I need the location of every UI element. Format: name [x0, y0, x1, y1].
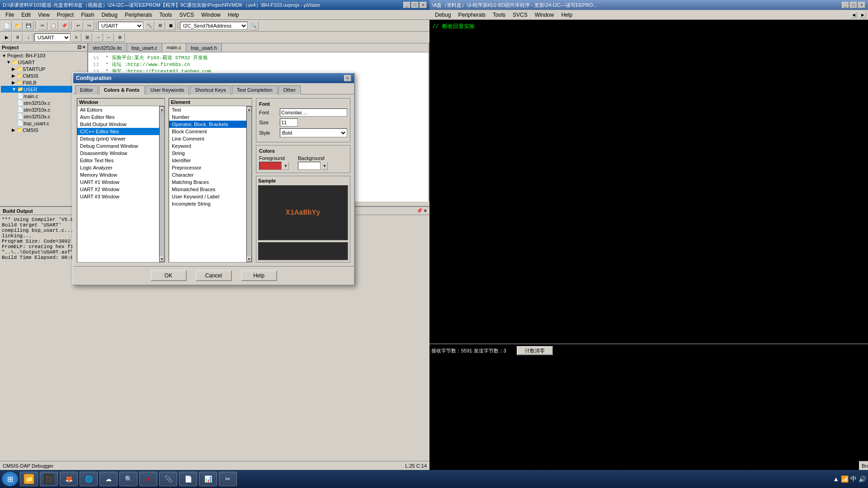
tab-bsp-usart-c[interactable]: bsp_usart.c — [127, 43, 162, 52]
dialog-close-btn[interactable]: × — [344, 75, 351, 81]
tab-bsp-usart-h[interactable]: bsp_usart.h — [186, 43, 222, 52]
tb-misc4[interactable]: ← — [104, 33, 114, 42]
window-item-alleditors[interactable]: All Editors — [77, 106, 159, 113]
window-item-build[interactable]: Build Output Window — [77, 121, 159, 128]
window-item-cpp[interactable]: C/C++ Editor files — [77, 128, 159, 135]
element-line-comment[interactable]: Line Comment — [169, 135, 246, 142]
dtab-editor[interactable]: Editor — [75, 85, 98, 94]
element-number[interactable]: Number — [169, 113, 246, 121]
window-scroll-up[interactable]: ▲ — [160, 107, 164, 112]
element-block-comment[interactable]: Block Comment — [169, 128, 246, 135]
window-item-asm[interactable]: Asm Editor files — [77, 113, 159, 121]
menu-file[interactable]: File — [2, 11, 18, 19]
element-incomplete[interactable]: Incomplete String — [169, 200, 246, 207]
taskbar-app-firefox[interactable]: 🦊 — [60, 472, 78, 486]
tb-cut[interactable]: ✂ — [38, 21, 47, 30]
tb-misc5[interactable]: ⊕ — [115, 33, 125, 42]
element-character[interactable]: Character — [169, 171, 246, 178]
menu-peripherals[interactable]: Peripherals — [121, 11, 156, 19]
window-item-logic[interactable]: Logic Analyzer — [77, 164, 159, 171]
taskbar-app-red[interactable]: ● — [139, 472, 157, 486]
taskbar-app-cloud[interactable]: ☁ — [99, 472, 118, 486]
window-item-uart2[interactable]: UART #2 Window — [77, 186, 159, 193]
tb-rebuild[interactable]: ⚙ — [155, 21, 165, 30]
toolbar-target-select[interactable]: USART — [98, 22, 143, 30]
ide2-menu-window[interactable]: Window — [531, 11, 558, 19]
element-mismatched[interactable]: Mismatched Braces — [169, 186, 246, 193]
ide2-code[interactable]: // 断收回显实验 — [429, 20, 868, 343]
tb-open[interactable]: 📂 — [13, 21, 23, 30]
element-operator[interactable]: Operator, Block, Brackets — [169, 121, 246, 128]
taskbar-app-explorer[interactable]: 📁 — [20, 472, 38, 486]
tb-debug-stop[interactable]: ⏸ — [13, 33, 23, 42]
foreground-color-btn[interactable]: ▼ — [283, 162, 289, 170]
tb-paste[interactable]: 📌 — [59, 21, 69, 30]
ide2-tb2[interactable]: ▶ — [859, 12, 866, 18]
ide2-menu-debug[interactable]: Debug — [431, 11, 454, 19]
window-item-uart1[interactable]: UART #1 Window — [77, 178, 159, 186]
ok-button[interactable]: OK — [151, 270, 187, 281]
tb-misc2[interactable]: ⊞ — [82, 33, 92, 42]
dtab-shortcut-keys[interactable]: Shortcut Keys — [190, 85, 231, 94]
menu-edit[interactable]: Edit — [18, 11, 34, 19]
ide2-browser-label[interactable]: Browser — [862, 463, 868, 469]
ide2-menu-help[interactable]: Help — [557, 11, 576, 19]
taskbar-app-doc[interactable]: 📄 — [179, 472, 197, 486]
build-pin-icon[interactable]: 📌 — [416, 208, 423, 213]
window-scroll-down[interactable]: ▼ — [160, 256, 164, 262]
menu-flash[interactable]: Flash — [77, 11, 98, 19]
font-size-input[interactable] — [280, 118, 298, 127]
tree-startup[interactable]: ▶ 📁 STARTUP — [1, 66, 86, 72]
tb-step[interactable]: ↓ — [24, 33, 33, 42]
menu-window[interactable]: Window — [198, 11, 224, 19]
taskbar-app-terminal[interactable]: ⬛ — [40, 472, 58, 486]
tb-save[interactable]: 💾 — [24, 21, 33, 30]
toolbar-debug-select[interactable]: USART — [34, 33, 71, 42]
element-user-keyword[interactable]: User Keyword / Label — [169, 193, 246, 200]
window-scrollbar[interactable]: ▲ ▼ — [159, 106, 165, 262]
tb-misc1[interactable]: ≡ — [71, 33, 81, 42]
ide2-menu-svcs[interactable]: SVCS — [509, 11, 531, 19]
tb-new[interactable]: 📄 — [2, 21, 12, 30]
tb-redo[interactable]: ↪ — [84, 21, 94, 30]
element-scroll-up[interactable]: ▲ — [247, 107, 251, 112]
element-identifier[interactable]: Identifier — [169, 157, 246, 164]
ide2-menu-peripherals[interactable]: Peripherals — [454, 11, 489, 19]
foreground-swatch[interactable] — [259, 162, 282, 170]
ide2-tb1[interactable]: ◀ — [850, 12, 857, 18]
help-button[interactable]: Help — [241, 270, 277, 281]
background-swatch[interactable] — [298, 162, 321, 170]
ide1-close-btn[interactable]: × — [420, 2, 427, 8]
tb-search[interactable]: 🔍 — [249, 21, 259, 30]
ide2-menu-tools[interactable]: Tools — [489, 11, 509, 19]
tb-debug-start[interactable]: ▶ — [2, 33, 12, 42]
element-matching[interactable]: Matching Braces — [169, 178, 246, 186]
build-close-icon[interactable]: × — [424, 208, 427, 213]
taskbar-app-paperclip[interactable]: 📎 — [159, 472, 177, 486]
cancel-button[interactable]: Cancel — [196, 270, 232, 281]
ide2-minimize[interactable]: _ — [842, 2, 849, 8]
element-scroll-down[interactable]: ▼ — [247, 256, 251, 262]
font-style-select[interactable]: Bold — [280, 128, 347, 137]
toolbar-function-select[interactable]: I2C_Send7bitAddress — [180, 22, 248, 30]
menu-help[interactable]: Help — [224, 11, 243, 19]
window-item-debug-cmd[interactable]: Debug Command Window — [77, 142, 159, 150]
dtab-other[interactable]: Other — [278, 85, 301, 94]
tray-network-icon[interactable]: 📶 — [841, 475, 849, 483]
ide2-close[interactable]: × — [858, 2, 865, 8]
window-item-uart3[interactable]: UART #3 Window — [77, 193, 159, 200]
start-button[interactable]: ⊞ — [2, 472, 18, 486]
dtab-text-completion[interactable]: Text Completion — [232, 85, 278, 94]
tree-root[interactable]: ▼ Project: BH-F103 — [1, 52, 86, 59]
element-keyword[interactable]: Keyword — [169, 142, 246, 150]
menu-svcs[interactable]: SVCS — [176, 11, 198, 19]
ide1-maximize-btn[interactable]: □ — [411, 2, 419, 8]
dtab-colors-fonts[interactable]: Colors & Fonts — [99, 85, 145, 94]
tray-arrow-icon[interactable]: ▲ — [833, 475, 839, 483]
menu-project[interactable]: Project — [53, 11, 77, 19]
tb-undo[interactable]: ↩ — [73, 21, 83, 30]
ide2-maximize[interactable]: □ — [850, 2, 857, 8]
window-item-memory[interactable]: Memory Window — [77, 171, 159, 178]
dtab-user-keywords[interactable]: User Keywords — [146, 85, 189, 94]
font-name-input[interactable] — [280, 108, 347, 117]
